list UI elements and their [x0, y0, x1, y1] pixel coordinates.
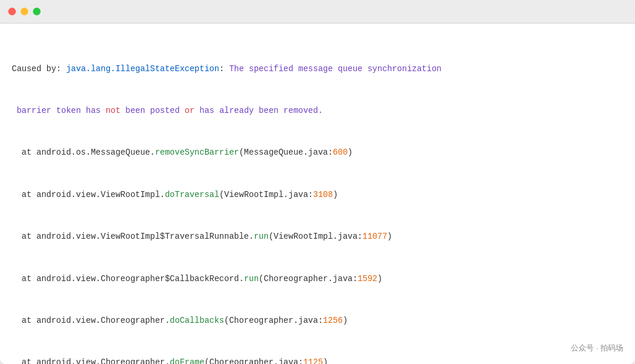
code-area: Caused by: java.lang.IllegalStateExcepti… — [0, 24, 635, 364]
close-button[interactable] — [8, 8, 16, 15]
line-3: at android.os.MessageQueue.removeSyncBar… — [12, 146, 623, 160]
minimize-button[interactable] — [21, 8, 28, 15]
maximize-button[interactable] — [33, 8, 41, 15]
title-bar — [0, 0, 635, 24]
line-1: Caused by: java.lang.IllegalStateExcepti… — [12, 62, 623, 76]
line-5: at android.view.ViewRootImpl$TraversalRu… — [12, 230, 623, 244]
line-2: barrier token has not been posted or has… — [12, 104, 623, 118]
line-8: at android.view.Choreographer.doFrame(Ch… — [12, 356, 623, 364]
line-7: at android.view.Choreographer.doCallback… — [12, 314, 623, 328]
watermark: 公众号 · 拍码场 — [571, 343, 623, 353]
line-6: at android.view.Choreographer$CallbackRe… — [12, 272, 623, 286]
line-4: at android.view.ViewRootImpl.doTraversal… — [12, 188, 623, 202]
window: Caused by: java.lang.IllegalStateExcepti… — [0, 0, 635, 364]
